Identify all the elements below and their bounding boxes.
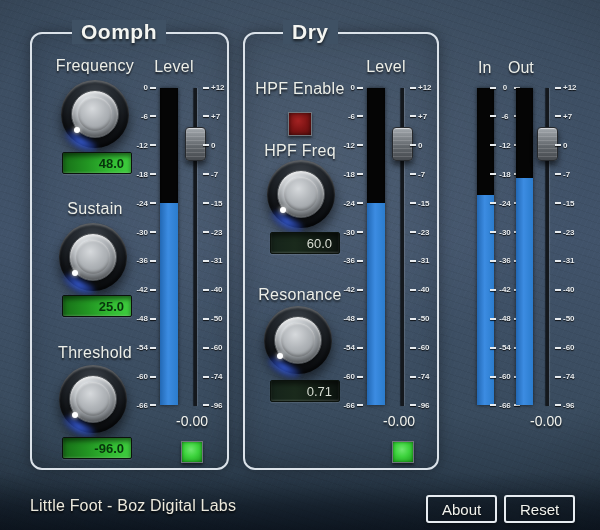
knob-indicator-dot xyxy=(277,353,283,359)
frequency-value-display: 48.0 xyxy=(62,152,132,174)
knob-indicator-dot xyxy=(72,412,78,418)
hpf-freq-knob[interactable] xyxy=(267,160,335,228)
scale-tick: -40 xyxy=(201,285,231,294)
scale-tick: -50 xyxy=(553,314,583,323)
dry-meter-scale: 0-6-12-18-24-30-36-42-48-54-60-66 xyxy=(331,83,365,410)
sustain-knob[interactable] xyxy=(59,223,127,291)
scale-tick: -15 xyxy=(201,199,231,208)
scale-tick: -24 xyxy=(494,199,516,208)
scale-tick: -12 xyxy=(331,141,365,150)
in-meter xyxy=(477,88,494,405)
scale-tick: -48 xyxy=(331,314,365,323)
scale-tick: 0 xyxy=(331,83,365,92)
scale-tick: -74 xyxy=(201,372,231,381)
scale-tick: -12 xyxy=(124,141,158,150)
scale-tick: -12 xyxy=(494,141,516,150)
scale-tick: -74 xyxy=(553,372,583,381)
scale-tick: -60 xyxy=(331,372,365,381)
scale-tick: 0 xyxy=(553,141,583,150)
in-label: In xyxy=(478,59,491,77)
oomph-level-meter xyxy=(160,88,178,405)
scale-tick: -48 xyxy=(494,314,516,323)
scale-tick: -96 xyxy=(553,401,583,410)
in-meter-fill xyxy=(477,195,494,405)
scale-tick: -60 xyxy=(201,343,231,352)
scale-tick: -30 xyxy=(331,228,365,237)
scale-tick: -15 xyxy=(408,199,438,208)
plugin-window: Oomph Frequency 48.0 Sustain 25.0 Thresh… xyxy=(0,0,600,530)
scale-tick: +7 xyxy=(553,112,583,121)
output-gain-readout: -0.00 xyxy=(512,413,562,429)
resonance-knob[interactable] xyxy=(264,306,332,374)
dry-panel-title: Dry xyxy=(283,20,338,44)
scale-tick: -40 xyxy=(553,285,583,294)
scale-tick: -36 xyxy=(494,256,516,265)
resonance-value-display: 0.71 xyxy=(270,380,340,402)
oomph-fader-scale: +12+70-7-15-23-31-40-50-60-74-96 xyxy=(201,83,231,410)
output-fader-scale: +12+70-7-15-23-31-40-50-60-74-96 xyxy=(553,83,583,410)
scale-tick: -36 xyxy=(124,256,158,265)
out-label: Out xyxy=(508,59,534,77)
scale-tick: -23 xyxy=(408,228,438,237)
scale-tick: 0 xyxy=(201,141,231,150)
scale-tick: -54 xyxy=(124,343,158,352)
scale-tick: -6 xyxy=(124,112,158,121)
hpf-enable-button[interactable] xyxy=(288,112,312,136)
scale-tick: -18 xyxy=(124,170,158,179)
scale-tick: -24 xyxy=(124,199,158,208)
dry-level-label: Level xyxy=(351,58,421,76)
scale-tick: -18 xyxy=(331,170,365,179)
scale-tick: -31 xyxy=(408,256,438,265)
threshold-knob[interactable] xyxy=(59,365,127,433)
scale-tick: +7 xyxy=(408,112,438,121)
scale-tick: -30 xyxy=(494,228,516,237)
scale-tick: -31 xyxy=(201,256,231,265)
scale-tick: -74 xyxy=(408,372,438,381)
scale-tick: -6 xyxy=(494,112,516,121)
scale-tick: -50 xyxy=(201,314,231,323)
scale-tick: -40 xyxy=(408,285,438,294)
plugin-credit: Little Foot - Boz Digital Labs xyxy=(30,497,236,515)
scale-tick: +7 xyxy=(201,112,231,121)
reset-button[interactable]: Reset xyxy=(504,495,575,523)
scale-tick: -66 xyxy=(494,401,516,410)
scale-tick: -7 xyxy=(201,170,231,179)
scale-tick: -54 xyxy=(494,343,516,352)
dry-gain-readout: -0.00 xyxy=(365,413,415,429)
sustain-value-display: 25.0 xyxy=(62,295,132,317)
oomph-level-label: Level xyxy=(139,58,209,76)
frequency-knob[interactable] xyxy=(61,80,129,148)
scale-tick: -42 xyxy=(331,285,365,294)
oomph-enable-button[interactable] xyxy=(181,441,203,463)
dry-level-meter xyxy=(367,88,385,405)
dry-fader-scale: +12+70-7-15-23-31-40-50-60-74-96 xyxy=(408,83,438,410)
scale-tick: 0 xyxy=(124,83,158,92)
scale-tick: -24 xyxy=(331,199,365,208)
scale-tick: +12 xyxy=(201,83,231,92)
scale-tick: -7 xyxy=(553,170,583,179)
dry-enable-button[interactable] xyxy=(392,441,414,463)
scale-tick: -60 xyxy=(408,343,438,352)
scale-tick: -48 xyxy=(124,314,158,323)
io-meter-scale: 0-6-12-18-24-30-36-42-48-54-60-66 xyxy=(494,83,516,410)
out-meter-fill xyxy=(516,178,533,405)
about-button[interactable]: About xyxy=(426,495,497,523)
knob-indicator-dot xyxy=(280,207,286,213)
scale-tick: +12 xyxy=(553,83,583,92)
scale-tick: -60 xyxy=(553,343,583,352)
scale-tick: 0 xyxy=(494,83,516,92)
scale-tick: +12 xyxy=(408,83,438,92)
oomph-meter-scale: 0-6-12-18-24-30-36-42-48-54-60-66 xyxy=(124,83,158,410)
scale-tick: -7 xyxy=(408,170,438,179)
scale-tick: -18 xyxy=(494,170,516,179)
knob-indicator-dot xyxy=(72,270,78,276)
dry-meter-fill xyxy=(367,203,385,405)
oomph-panel-title: Oomph xyxy=(72,20,166,44)
scale-tick: -60 xyxy=(494,372,516,381)
scale-tick: -15 xyxy=(553,199,583,208)
scale-tick: 0 xyxy=(408,141,438,150)
scale-tick: -42 xyxy=(124,285,158,294)
scale-tick: -36 xyxy=(331,256,365,265)
scale-tick: -54 xyxy=(331,343,365,352)
oomph-meter-fill xyxy=(160,203,178,405)
